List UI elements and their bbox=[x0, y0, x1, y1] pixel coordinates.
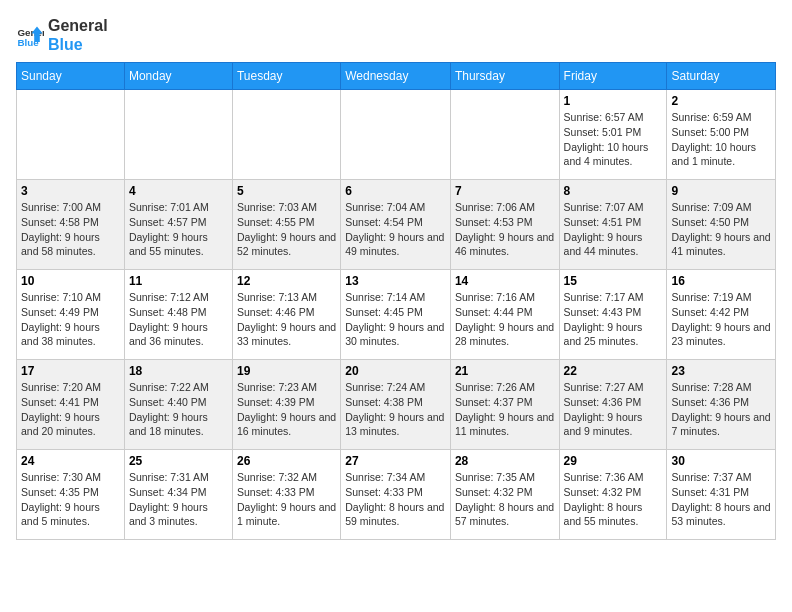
day-number: 1 bbox=[564, 94, 663, 108]
calendar-cell: 12Sunrise: 7:13 AM Sunset: 4:46 PM Dayli… bbox=[232, 270, 340, 360]
day-number: 20 bbox=[345, 364, 446, 378]
calendar-cell: 17Sunrise: 7:20 AM Sunset: 4:41 PM Dayli… bbox=[17, 360, 125, 450]
calendar-cell: 2Sunrise: 6:59 AM Sunset: 5:00 PM Daylig… bbox=[667, 90, 776, 180]
day-number: 11 bbox=[129, 274, 228, 288]
week-row-2: 3Sunrise: 7:00 AM Sunset: 4:58 PM Daylig… bbox=[17, 180, 776, 270]
week-row-3: 10Sunrise: 7:10 AM Sunset: 4:49 PM Dayli… bbox=[17, 270, 776, 360]
calendar-cell: 7Sunrise: 7:06 AM Sunset: 4:53 PM Daylig… bbox=[450, 180, 559, 270]
day-info: Sunrise: 7:10 AM Sunset: 4:49 PM Dayligh… bbox=[21, 290, 120, 349]
calendar-cell bbox=[124, 90, 232, 180]
day-number: 14 bbox=[455, 274, 555, 288]
header-sunday: Sunday bbox=[17, 63, 125, 90]
calendar-cell: 10Sunrise: 7:10 AM Sunset: 4:49 PM Dayli… bbox=[17, 270, 125, 360]
day-info: Sunrise: 7:37 AM Sunset: 4:31 PM Dayligh… bbox=[671, 470, 771, 529]
header-monday: Monday bbox=[124, 63, 232, 90]
day-info: Sunrise: 7:27 AM Sunset: 4:36 PM Dayligh… bbox=[564, 380, 663, 439]
day-info: Sunrise: 7:06 AM Sunset: 4:53 PM Dayligh… bbox=[455, 200, 555, 259]
day-number: 27 bbox=[345, 454, 446, 468]
week-row-4: 17Sunrise: 7:20 AM Sunset: 4:41 PM Dayli… bbox=[17, 360, 776, 450]
day-info: Sunrise: 7:30 AM Sunset: 4:35 PM Dayligh… bbox=[21, 470, 120, 529]
calendar-cell: 16Sunrise: 7:19 AM Sunset: 4:42 PM Dayli… bbox=[667, 270, 776, 360]
day-info: Sunrise: 7:09 AM Sunset: 4:50 PM Dayligh… bbox=[671, 200, 771, 259]
day-number: 2 bbox=[671, 94, 771, 108]
calendar-cell: 20Sunrise: 7:24 AM Sunset: 4:38 PM Dayli… bbox=[341, 360, 451, 450]
week-row-5: 24Sunrise: 7:30 AM Sunset: 4:35 PM Dayli… bbox=[17, 450, 776, 540]
day-number: 4 bbox=[129, 184, 228, 198]
day-info: Sunrise: 7:04 AM Sunset: 4:54 PM Dayligh… bbox=[345, 200, 446, 259]
calendar-cell: 25Sunrise: 7:31 AM Sunset: 4:34 PM Dayli… bbox=[124, 450, 232, 540]
day-info: Sunrise: 7:22 AM Sunset: 4:40 PM Dayligh… bbox=[129, 380, 228, 439]
day-info: Sunrise: 7:23 AM Sunset: 4:39 PM Dayligh… bbox=[237, 380, 336, 439]
calendar-cell: 22Sunrise: 7:27 AM Sunset: 4:36 PM Dayli… bbox=[559, 360, 667, 450]
calendar-cell: 11Sunrise: 7:12 AM Sunset: 4:48 PM Dayli… bbox=[124, 270, 232, 360]
day-number: 19 bbox=[237, 364, 336, 378]
week-row-1: 1Sunrise: 6:57 AM Sunset: 5:01 PM Daylig… bbox=[17, 90, 776, 180]
calendar-cell bbox=[232, 90, 340, 180]
day-info: Sunrise: 7:17 AM Sunset: 4:43 PM Dayligh… bbox=[564, 290, 663, 349]
day-info: Sunrise: 7:31 AM Sunset: 4:34 PM Dayligh… bbox=[129, 470, 228, 529]
calendar-cell: 8Sunrise: 7:07 AM Sunset: 4:51 PM Daylig… bbox=[559, 180, 667, 270]
calendar-cell: 27Sunrise: 7:34 AM Sunset: 4:33 PM Dayli… bbox=[341, 450, 451, 540]
calendar-cell: 24Sunrise: 7:30 AM Sunset: 4:35 PM Dayli… bbox=[17, 450, 125, 540]
calendar-cell bbox=[450, 90, 559, 180]
day-info: Sunrise: 7:32 AM Sunset: 4:33 PM Dayligh… bbox=[237, 470, 336, 529]
day-info: Sunrise: 6:57 AM Sunset: 5:01 PM Dayligh… bbox=[564, 110, 663, 169]
day-number: 6 bbox=[345, 184, 446, 198]
calendar-cell: 9Sunrise: 7:09 AM Sunset: 4:50 PM Daylig… bbox=[667, 180, 776, 270]
day-number: 5 bbox=[237, 184, 336, 198]
calendar-cell: 18Sunrise: 7:22 AM Sunset: 4:40 PM Dayli… bbox=[124, 360, 232, 450]
header-saturday: Saturday bbox=[667, 63, 776, 90]
day-info: Sunrise: 7:13 AM Sunset: 4:46 PM Dayligh… bbox=[237, 290, 336, 349]
day-number: 26 bbox=[237, 454, 336, 468]
day-info: Sunrise: 7:34 AM Sunset: 4:33 PM Dayligh… bbox=[345, 470, 446, 529]
calendar-cell: 23Sunrise: 7:28 AM Sunset: 4:36 PM Dayli… bbox=[667, 360, 776, 450]
day-info: Sunrise: 7:36 AM Sunset: 4:32 PM Dayligh… bbox=[564, 470, 663, 529]
day-number: 29 bbox=[564, 454, 663, 468]
calendar-cell: 28Sunrise: 7:35 AM Sunset: 4:32 PM Dayli… bbox=[450, 450, 559, 540]
calendar-cell: 30Sunrise: 7:37 AM Sunset: 4:31 PM Dayli… bbox=[667, 450, 776, 540]
day-info: Sunrise: 7:16 AM Sunset: 4:44 PM Dayligh… bbox=[455, 290, 555, 349]
logo-icon: General Blue bbox=[16, 21, 44, 49]
day-info: Sunrise: 7:26 AM Sunset: 4:37 PM Dayligh… bbox=[455, 380, 555, 439]
day-number: 8 bbox=[564, 184, 663, 198]
logo: General Blue General Blue bbox=[16, 16, 108, 54]
day-info: Sunrise: 7:20 AM Sunset: 4:41 PM Dayligh… bbox=[21, 380, 120, 439]
day-number: 13 bbox=[345, 274, 446, 288]
calendar-cell: 1Sunrise: 6:57 AM Sunset: 5:01 PM Daylig… bbox=[559, 90, 667, 180]
day-number: 25 bbox=[129, 454, 228, 468]
day-number: 22 bbox=[564, 364, 663, 378]
day-info: Sunrise: 7:28 AM Sunset: 4:36 PM Dayligh… bbox=[671, 380, 771, 439]
calendar-cell: 15Sunrise: 7:17 AM Sunset: 4:43 PM Dayli… bbox=[559, 270, 667, 360]
calendar-table: SundayMondayTuesdayWednesdayThursdayFrid… bbox=[16, 62, 776, 540]
day-info: Sunrise: 6:59 AM Sunset: 5:00 PM Dayligh… bbox=[671, 110, 771, 169]
header-wednesday: Wednesday bbox=[341, 63, 451, 90]
calendar-cell: 6Sunrise: 7:04 AM Sunset: 4:54 PM Daylig… bbox=[341, 180, 451, 270]
day-info: Sunrise: 7:35 AM Sunset: 4:32 PM Dayligh… bbox=[455, 470, 555, 529]
header-friday: Friday bbox=[559, 63, 667, 90]
logo-general: General bbox=[48, 16, 108, 35]
day-info: Sunrise: 7:03 AM Sunset: 4:55 PM Dayligh… bbox=[237, 200, 336, 259]
calendar-header-row: SundayMondayTuesdayWednesdayThursdayFrid… bbox=[17, 63, 776, 90]
day-info: Sunrise: 7:19 AM Sunset: 4:42 PM Dayligh… bbox=[671, 290, 771, 349]
day-number: 21 bbox=[455, 364, 555, 378]
calendar-cell: 19Sunrise: 7:23 AM Sunset: 4:39 PM Dayli… bbox=[232, 360, 340, 450]
day-number: 15 bbox=[564, 274, 663, 288]
logo-blue: Blue bbox=[48, 35, 108, 54]
calendar-cell: 13Sunrise: 7:14 AM Sunset: 4:45 PM Dayli… bbox=[341, 270, 451, 360]
page-header: General Blue General Blue bbox=[16, 16, 776, 54]
day-number: 3 bbox=[21, 184, 120, 198]
calendar-cell bbox=[17, 90, 125, 180]
day-info: Sunrise: 7:07 AM Sunset: 4:51 PM Dayligh… bbox=[564, 200, 663, 259]
day-number: 28 bbox=[455, 454, 555, 468]
header-tuesday: Tuesday bbox=[232, 63, 340, 90]
day-info: Sunrise: 7:01 AM Sunset: 4:57 PM Dayligh… bbox=[129, 200, 228, 259]
day-number: 7 bbox=[455, 184, 555, 198]
calendar-cell: 26Sunrise: 7:32 AM Sunset: 4:33 PM Dayli… bbox=[232, 450, 340, 540]
day-number: 24 bbox=[21, 454, 120, 468]
day-number: 9 bbox=[671, 184, 771, 198]
calendar-cell: 4Sunrise: 7:01 AM Sunset: 4:57 PM Daylig… bbox=[124, 180, 232, 270]
day-number: 10 bbox=[21, 274, 120, 288]
day-number: 17 bbox=[21, 364, 120, 378]
calendar-cell: 3Sunrise: 7:00 AM Sunset: 4:58 PM Daylig… bbox=[17, 180, 125, 270]
day-number: 23 bbox=[671, 364, 771, 378]
